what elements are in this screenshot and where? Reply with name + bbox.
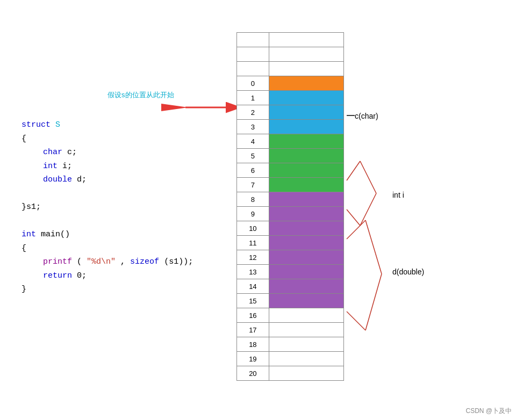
code-section: struct S { char c; int i; double d; }s1;… [22, 118, 193, 296]
data-cell [269, 294, 343, 308]
data-cell [269, 178, 343, 192]
table-row: 9 [237, 207, 344, 221]
data-cell [269, 47, 343, 62]
addr-cell: 5 [237, 149, 269, 163]
svg-line-5 [347, 209, 360, 226]
svg-marker-2 [161, 104, 188, 111]
table-row: 7 [237, 178, 344, 192]
data-cell [269, 323, 343, 337]
int-i-label: int i [392, 191, 404, 199]
addr-cell: 11 [237, 236, 269, 250]
table-row: 1 [237, 91, 344, 105]
watermark: CSDN @卜及中 [465, 407, 512, 416]
table-row: 16 [237, 308, 344, 323]
code-line-10: { [22, 242, 193, 256]
data-cell [269, 279, 343, 294]
addr-cell: 1 [237, 91, 269, 105]
data-cell [269, 352, 343, 366]
data-cell [269, 337, 343, 352]
data-cell [269, 33, 343, 47]
data-cell [269, 250, 343, 265]
svg-line-8 [347, 220, 366, 239]
code-line-3: char c; [22, 146, 193, 160]
table-row: 20 [237, 366, 344, 381]
code-line-11: printf ( "%d\n" , sizeof (s1)); [22, 255, 193, 269]
addr-cell: 0 [237, 76, 269, 91]
addr-cell: 9 [237, 207, 269, 221]
addr-cell: 16 [237, 308, 269, 323]
table-row: 8 [237, 192, 344, 207]
table-row: 13 [237, 265, 344, 279]
code-line-1: struct S [22, 118, 193, 132]
code-line-8 [22, 214, 193, 228]
svg-line-9 [347, 312, 366, 330]
addr-cell: 10 [237, 221, 269, 236]
table-row: 2 [237, 105, 344, 120]
data-cell [269, 221, 343, 236]
table-row: 6 [237, 163, 344, 178]
data-cell [269, 163, 343, 178]
memory-table-container: 01234567891011121314151617181920 [236, 32, 344, 381]
addr-cell: 18 [237, 337, 269, 352]
addr-cell: 17 [237, 323, 269, 337]
keyword-struct: struct [22, 120, 51, 129]
table-row: 3 [237, 120, 344, 134]
code-line-2: { [22, 132, 193, 146]
table-row: 17 [237, 323, 344, 337]
table-row: 4 [237, 134, 344, 149]
table-row: 18 [237, 337, 344, 352]
data-cell [269, 207, 343, 221]
table-row [237, 62, 344, 76]
svg-line-7 [360, 193, 376, 226]
data-cell [269, 366, 343, 381]
code-line-5: double d; [22, 173, 193, 187]
svg-line-4 [347, 161, 360, 180]
data-cell [269, 62, 343, 76]
addr-cell: 2 [237, 105, 269, 120]
addr-cell: 15 [237, 294, 269, 308]
code-line-4: int i; [22, 160, 193, 173]
addr-cell: 6 [237, 163, 269, 178]
addr-cell: 3 [237, 120, 269, 134]
struct-name: S [55, 120, 60, 129]
table-row: 19 [237, 352, 344, 366]
data-cell [269, 149, 343, 163]
table-row: 10 [237, 221, 344, 236]
d-double-label: d(double) [392, 267, 424, 276]
table-row [237, 47, 344, 62]
table-row [237, 33, 344, 47]
code-line-6 [22, 187, 193, 201]
addr-cell [237, 47, 269, 62]
data-cell [269, 76, 343, 91]
addr-cell: 8 [237, 192, 269, 207]
svg-line-6 [360, 161, 376, 193]
table-row: 12 [237, 250, 344, 265]
addr-cell: 4 [237, 134, 269, 149]
data-cell [269, 308, 343, 323]
data-cell [269, 105, 343, 120]
addr-cell: 19 [237, 352, 269, 366]
addr-cell: 14 [237, 279, 269, 294]
annotation-label: 假设s的位置从此开始 [108, 90, 174, 100]
data-cell [269, 134, 343, 149]
table-row: 0 [237, 76, 344, 91]
code-line-7: }s1; [22, 200, 193, 214]
addr-cell: 20 [237, 366, 269, 381]
data-cell [269, 91, 343, 105]
table-row: 11 [237, 236, 344, 250]
code-line-9: int main() [22, 228, 193, 242]
addr-cell: 12 [237, 250, 269, 265]
table-row: 15 [237, 294, 344, 308]
data-cell [269, 265, 343, 279]
svg-line-11 [366, 274, 382, 330]
addr-cell [237, 62, 269, 76]
addr-cell: 13 [237, 265, 269, 279]
table-row: 14 [237, 279, 344, 294]
addr-cell: 7 [237, 178, 269, 192]
data-cell [269, 192, 343, 207]
data-cell [269, 120, 343, 134]
table-row: 5 [237, 149, 344, 163]
code-line-12: return 0; [22, 269, 193, 283]
addr-cell [237, 33, 269, 47]
code-line-13: } [22, 283, 193, 296]
